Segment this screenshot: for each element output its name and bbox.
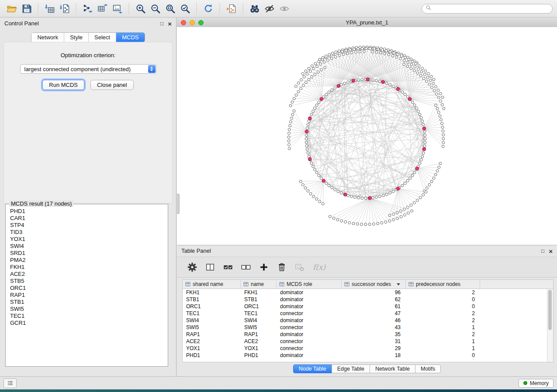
table-tab-network-table[interactable]: Network Table	[370, 364, 415, 373]
network-node[interactable]	[300, 87, 302, 90]
network-node[interactable]	[288, 132, 291, 134]
network-node[interactable]	[401, 91, 404, 93]
network-node[interactable]	[434, 173, 437, 176]
network-node[interactable]	[304, 186, 307, 189]
network-dominator-node[interactable]	[322, 179, 325, 182]
mcds-result-item[interactable]: TEC1	[7, 313, 167, 320]
network-node[interactable]	[304, 70, 307, 72]
network-node[interactable]	[322, 203, 324, 205]
network-node[interactable]	[291, 101, 294, 103]
network-node[interactable]	[369, 47, 372, 50]
network-node[interactable]	[305, 138, 308, 140]
network-node[interactable]	[347, 81, 349, 83]
network-node[interactable]	[416, 72, 419, 74]
close-table-panel-icon[interactable]: ×	[549, 248, 553, 254]
network-node[interactable]	[304, 81, 307, 84]
network-node[interactable]	[310, 162, 313, 165]
mcds-result-item[interactable]: SWI4	[7, 243, 167, 250]
table-row[interactable]: YOX1YOX1connector291	[183, 345, 553, 352]
network-node[interactable]	[438, 166, 440, 168]
network-node[interactable]	[429, 79, 432, 82]
maximize-window-button[interactable]	[198, 20, 204, 25]
network-node[interactable]	[359, 50, 361, 53]
network-node[interactable]	[357, 196, 360, 199]
network-node[interactable]	[389, 51, 391, 53]
network-node[interactable]	[419, 196, 422, 199]
mcds-result-item[interactable]: CAR1	[7, 215, 167, 222]
network-node[interactable]	[291, 113, 294, 116]
network-node[interactable]	[288, 147, 291, 150]
network-node[interactable]	[420, 117, 422, 119]
table-row[interactable]: TEC1TEC1connector472	[183, 310, 553, 317]
mcds-result-item[interactable]: PHD1	[7, 208, 167, 215]
network-node[interactable]	[439, 100, 442, 103]
network-dominator-node[interactable]	[344, 193, 347, 196]
network-node[interactable]	[403, 63, 405, 65]
table-tab-motifs[interactable]: Motifs	[415, 364, 441, 373]
table-scrollbar[interactable]	[547, 289, 553, 362]
network-node[interactable]	[312, 110, 315, 113]
network-node[interactable]	[395, 56, 398, 58]
network-node[interactable]	[311, 65, 313, 67]
network-node[interactable]	[307, 189, 309, 192]
network-node[interactable]	[331, 186, 333, 189]
network-node[interactable]	[393, 52, 395, 54]
network-node[interactable]	[291, 117, 293, 120]
mcds-result-item[interactable]: STB1	[7, 299, 167, 306]
export-network-button[interactable]	[81, 2, 94, 15]
network-node[interactable]	[320, 69, 323, 71]
network-node[interactable]	[426, 187, 428, 189]
network-node[interactable]	[312, 195, 315, 198]
network-node[interactable]	[297, 90, 300, 93]
network-node[interactable]	[421, 120, 424, 123]
column-header-name[interactable]: name	[241, 280, 277, 289]
network-node[interactable]	[435, 86, 437, 88]
network-node[interactable]	[435, 104, 437, 107]
network-node[interactable]	[419, 74, 422, 77]
mcds-result-item[interactable]: PMA2	[7, 257, 167, 264]
network-canvas[interactable]	[177, 27, 557, 245]
network-node[interactable]	[421, 67, 424, 70]
network-node[interactable]	[392, 213, 395, 216]
network-node[interactable]	[404, 93, 406, 96]
network-node[interactable]	[360, 223, 363, 226]
network-node[interactable]	[424, 141, 426, 144]
network-node[interactable]	[320, 177, 322, 179]
network-node[interactable]	[401, 184, 404, 187]
network-node[interactable]	[301, 72, 304, 75]
network-node[interactable]	[375, 51, 378, 54]
network-node[interactable]	[305, 141, 308, 144]
save-session-button[interactable]	[20, 2, 33, 15]
network-node[interactable]	[312, 165, 315, 168]
network-node[interactable]	[355, 51, 357, 53]
network-node[interactable]	[404, 182, 406, 185]
network-node[interactable]	[364, 223, 367, 226]
table-row[interactable]: ORC1ORC1dominator610	[183, 303, 553, 310]
network-node[interactable]	[338, 54, 341, 57]
find-button[interactable]	[248, 2, 261, 15]
network-node[interactable]	[343, 82, 346, 85]
network-node[interactable]	[382, 194, 385, 197]
minimize-window-button[interactable]	[190, 20, 195, 25]
network-node[interactable]	[442, 134, 445, 136]
network-node[interactable]	[426, 76, 429, 79]
table-row[interactable]: STB1STB1dominator620	[183, 296, 553, 303]
optimization-criterion-select[interactable]: largest connected component (undirected)	[20, 64, 156, 74]
table-scrollbar-thumb[interactable]	[548, 290, 552, 330]
mcds-result-item[interactable]: SWI5	[7, 306, 167, 313]
network-node[interactable]	[289, 120, 292, 123]
network-node[interactable]	[300, 79, 303, 81]
network-node[interactable]	[308, 78, 310, 81]
network-node[interactable]	[419, 162, 421, 165]
search-input[interactable]	[434, 5, 549, 12]
network-node[interactable]	[413, 69, 416, 72]
network-dominator-node[interactable]	[381, 80, 385, 84]
network-node[interactable]	[420, 158, 422, 161]
network-node[interactable]	[295, 94, 298, 96]
hide-selected-button[interactable]	[263, 2, 276, 15]
network-node[interactable]	[387, 53, 390, 56]
network-node[interactable]	[323, 61, 325, 63]
network-node[interactable]	[306, 148, 308, 151]
delete-column-button[interactable]	[276, 261, 287, 273]
mcds-result-item[interactable]: FKH1	[7, 264, 167, 271]
